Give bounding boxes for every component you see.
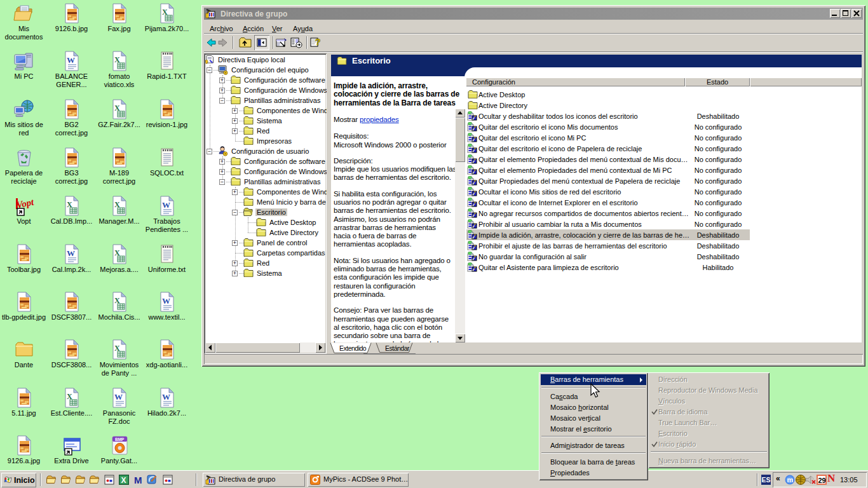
svg-text:29: 29 [818,477,826,484]
svg-text:X: X [121,476,126,485]
svg-text:M: M [134,475,142,485]
svg-text:m: m [787,476,794,484]
svg-text:?: ? [315,37,321,47]
